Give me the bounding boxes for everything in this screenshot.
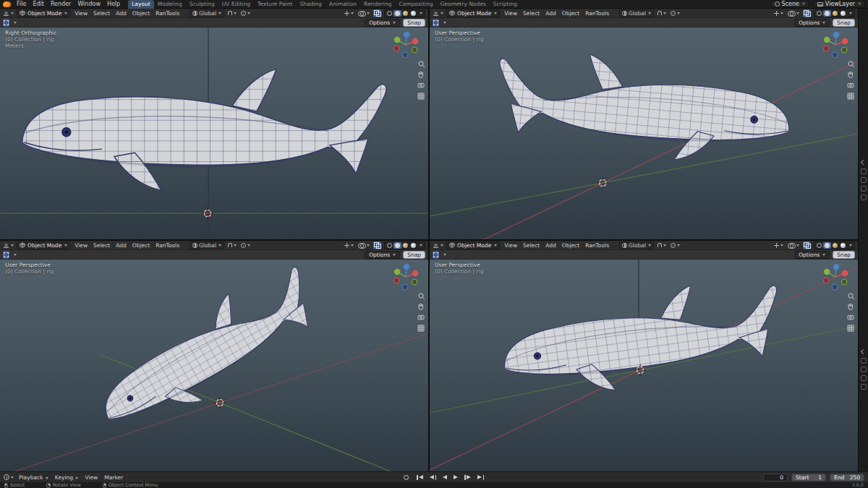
workspace-tab-sculpting[interactable]: Sculpting <box>186 0 218 9</box>
timeline-marker-menu[interactable]: Marker <box>103 474 124 481</box>
current-frame-field[interactable]: 0 <box>763 474 788 481</box>
3d-viewport[interactable]: User Perspective (0) Collection | rig <box>430 27 858 239</box>
menu-select[interactable]: Select <box>92 242 111 249</box>
mode-dropdown[interactable]: Object Mode <box>17 241 70 249</box>
sidebar-tab-icon[interactable] <box>861 177 867 183</box>
menu-view[interactable]: View <box>73 10 89 17</box>
proportional-edit-button[interactable] <box>240 241 251 249</box>
menu-rantools[interactable]: RanTools <box>584 242 610 249</box>
viewport-nav-icons[interactable] <box>418 294 425 331</box>
viewport-nav-icons[interactable] <box>848 61 854 99</box>
viewport-nav-icons[interactable] <box>418 61 425 99</box>
play-button[interactable] <box>451 474 460 480</box>
tool-options-dropdown[interactable] <box>442 251 447 259</box>
shading-rendered-button[interactable] <box>409 10 417 17</box>
sidebar-tab-icon[interactable] <box>861 186 867 192</box>
options-dropdown[interactable]: Options <box>794 19 830 27</box>
proportional-edit-button[interactable] <box>670 9 681 17</box>
menu-add[interactable]: Add <box>114 10 128 17</box>
sidebar-tabs-bottom[interactable] <box>861 350 867 390</box>
editor-type-button[interactable] <box>433 242 443 249</box>
next-keyframe-button[interactable] <box>462 474 473 481</box>
shading-solid-button[interactable] <box>393 242 401 249</box>
navigation-gizmo[interactable] <box>823 264 848 290</box>
transform-orientation-dropdown[interactable]: Global <box>619 241 654 249</box>
auto-keying-toggle[interactable] <box>401 474 411 481</box>
editor-type-button[interactable] <box>433 10 443 17</box>
menu-render[interactable]: Render <box>48 1 74 7</box>
editor-type-button[interactable] <box>3 10 14 17</box>
remove-viewlayer-icon[interactable]: × <box>857 1 861 7</box>
active-tool-button[interactable] <box>433 251 439 259</box>
start-frame-field[interactable]: Start1 <box>791 474 826 481</box>
toggle-xray-button[interactable] <box>803 9 811 17</box>
navigation-gizmo[interactable] <box>393 32 418 58</box>
shading-wireframe-button[interactable] <box>815 242 823 249</box>
navigation-gizmo[interactable] <box>823 32 848 58</box>
menu-select[interactable]: Select <box>522 242 541 249</box>
menu-add[interactable]: Add <box>544 242 558 249</box>
menu-add[interactable]: Add <box>114 242 128 249</box>
toggle-xray-button[interactable] <box>373 9 381 17</box>
transform-orientation-dropdown[interactable]: Global <box>619 9 654 17</box>
3d-viewport[interactable]: User Perspective (0) Collection | rig <box>0 260 428 471</box>
shading-solid-button[interactable] <box>393 10 401 17</box>
shading-material-button[interactable] <box>831 10 839 17</box>
mode-dropdown[interactable]: Object Mode <box>17 9 70 17</box>
snap-popover-button[interactable]: Snap <box>833 251 855 259</box>
show-overlays-toggle[interactable] <box>357 241 370 249</box>
menu-select[interactable]: Select <box>92 10 111 17</box>
snap-popover-button[interactable]: Snap <box>403 19 425 27</box>
sidebar-tab-icon[interactable] <box>861 384 867 390</box>
end-frame-field[interactable]: End250 <box>830 474 864 481</box>
shading-material-button[interactable] <box>401 10 409 17</box>
timeline-view-menu[interactable]: View <box>83 474 99 481</box>
options-dropdown[interactable]: Options <box>794 251 830 259</box>
shading-rendered-button[interactable] <box>409 242 417 249</box>
shading-options-dropdown[interactable] <box>847 244 854 247</box>
collapse-sidebar-icon[interactable] <box>861 160 866 165</box>
collapse-sidebar-icon[interactable] <box>861 349 866 354</box>
shading-solid-button[interactable] <box>823 242 831 249</box>
3d-viewport[interactable]: Right Orthographic (0) Collection | rig … <box>0 27 428 239</box>
sidebar-tab-icon[interactable] <box>861 375 867 381</box>
viewport-nav-icons[interactable] <box>848 294 854 331</box>
blender-app-icon[interactable] <box>3 1 11 7</box>
menu-view[interactable]: View <box>503 242 519 249</box>
menu-object[interactable]: Object <box>131 242 151 249</box>
proportional-edit-button[interactable] <box>240 9 251 17</box>
show-gizmo-toggle[interactable] <box>344 241 354 249</box>
timeline-editor-type-button[interactable] <box>4 474 14 480</box>
menu-file[interactable]: File <box>14 1 29 7</box>
editor-type-button[interactable] <box>3 242 14 249</box>
keying-menu[interactable]: Keying <box>54 474 80 481</box>
menu-object[interactable]: Object <box>561 10 581 17</box>
shading-options-dropdown[interactable] <box>417 12 424 15</box>
workspace-tab-uv-editing[interactable]: UV Editing <box>218 0 254 9</box>
shading-rendered-button[interactable] <box>839 242 847 249</box>
jump-to-end-button[interactable] <box>475 474 486 481</box>
3d-viewport[interactable]: User Perspective (0) Collection | rig <box>430 260 858 471</box>
navigation-gizmo[interactable] <box>393 264 418 290</box>
tool-options-dropdown[interactable] <box>12 251 17 259</box>
options-dropdown[interactable]: Options <box>365 19 400 27</box>
shading-material-button[interactable] <box>401 242 409 249</box>
shading-material-button[interactable] <box>831 242 839 249</box>
transform-orientation-dropdown[interactable]: Global <box>190 9 224 17</box>
workspace-tab-scripting[interactable]: Scripting <box>490 0 521 9</box>
workspace-tab-layout[interactable]: Layout <box>128 0 154 9</box>
toggle-xray-button[interactable] <box>373 241 381 249</box>
sidebar-tab-icon[interactable] <box>861 358 867 364</box>
workspace-tab-geometry-nodes[interactable]: Geometry Nodes <box>436 0 489 9</box>
menu-add[interactable]: Add <box>544 10 558 17</box>
menu-view[interactable]: View <box>503 10 519 17</box>
transform-orientation-dropdown[interactable]: Global <box>190 241 224 249</box>
sidebar-tab-icon[interactable] <box>861 194 867 200</box>
snapping-magnet-button[interactable] <box>657 241 667 249</box>
show-overlays-toggle[interactable] <box>357 9 370 17</box>
proportional-edit-button[interactable] <box>670 241 681 249</box>
workspace-tab-rendering[interactable]: Rendering <box>360 0 395 9</box>
snapping-magnet-button[interactable] <box>227 9 237 17</box>
sidebar-tab-icon[interactable] <box>861 367 867 372</box>
snap-popover-button[interactable]: Snap <box>403 251 425 259</box>
